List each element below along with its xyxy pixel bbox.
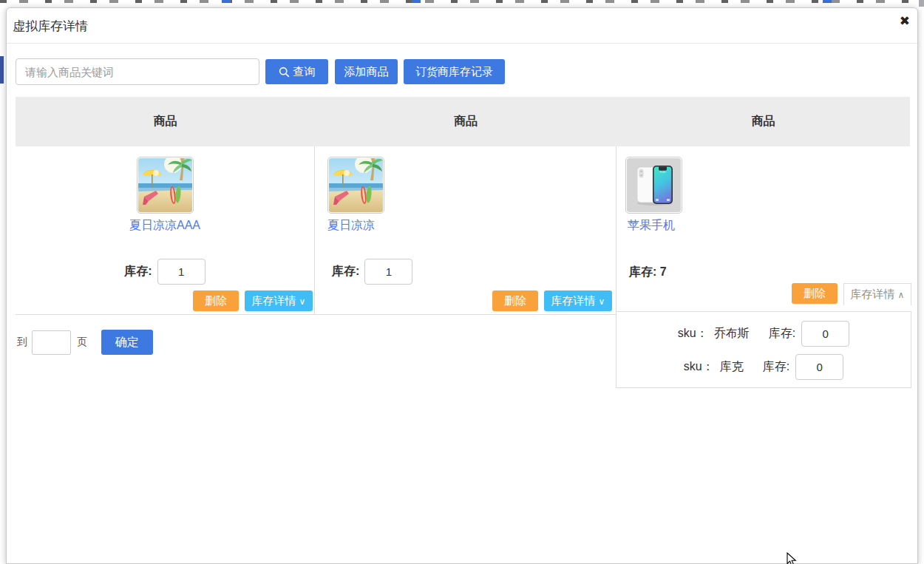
background-page-nav-edge [0,0,924,4]
column-header-product-3: 商品 [616,97,910,146]
action-buttons: 删除 库存详情∨ [492,291,612,311]
sku-stock-input[interactable] [795,354,843,380]
sku-name: 库克 [720,359,744,375]
table-header: 商品 商品 商品 [16,97,910,146]
pagination-to-label: 到 [17,336,27,349]
confirm-button-label: 确定 [115,336,139,348]
sku-stock-input[interactable] [801,321,849,347]
delete-button-label: 删除 [504,294,526,307]
pagination: 到 页 确定 [17,330,153,355]
toolbar: 查询 添加商品 订货商库存记录 [7,58,917,85]
stock-detail-button[interactable]: 库存详情∨ [544,291,612,311]
product-cell-1: 夏日凉凉AAA 库存: 删除 库存详情∨ [16,146,315,315]
product-image-beach[interactable] [327,157,384,214]
product-cell-3: 9:41 苹果手机 库存: 7 删除 库存详情∧ sku： 乔布斯 库 [616,146,910,315]
stock-row: 库存: [16,259,314,285]
page-number-input[interactable] [32,330,71,355]
stock-input[interactable] [157,259,205,285]
supplier-stock-record-button[interactable]: 订货商库存记录 [404,59,505,84]
pagination-page-label: 页 [77,336,87,349]
stock-label: 库存: [629,265,656,278]
sku-name: 乔布斯 [714,326,750,342]
product-cell-2: 夏日凉凉 库存: 删除 库存详情∨ [315,146,616,315]
stock-detail-label: 库存详情 [252,294,296,307]
modal-title: 虚拟库存详情 [13,18,88,35]
product-name-link[interactable]: 苹果手机 [628,218,675,234]
svg-text:9:41: 9:41 [660,170,667,174]
stock-detail-label: 库存详情 [851,288,895,300]
sku-stock-label: 库存: [763,359,789,375]
stock-row: 库存: [332,259,412,285]
add-product-button[interactable]: 添加商品 [335,59,398,84]
stock-label: 库存: [124,264,152,279]
stock-label: 库存: [332,264,359,279]
virtual-inventory-modal: 虚拟库存详情 ✖ 查询 添加商品 订货商库存记录 商品 商品 商品 [6,7,918,564]
stock-value: 7 [660,265,667,278]
stock-detail-button[interactable]: 库存详情∨ [245,291,313,311]
stock-input[interactable] [364,259,412,285]
background-nav-fragment [823,0,832,3]
query-button[interactable]: 查询 [265,59,328,84]
background-sidebar-fragment [0,56,4,84]
product-name-link[interactable]: 夏日凉凉AAA [16,218,314,234]
product-image-beach[interactable] [137,157,194,214]
product-name-link[interactable]: 夏日凉凉 [327,218,375,234]
sku-label: sku： [684,359,714,375]
sku-row: sku： 乔布斯 库存: [678,321,849,347]
table-row: 夏日凉凉AAA 库存: 删除 库存详情∨ [16,146,910,315]
confirm-button[interactable]: 确定 [101,330,153,355]
supplier-stock-record-label: 订货商库存记录 [415,65,493,79]
chevron-down-icon: ∨ [299,296,306,307]
column-header-product-1: 商品 [16,97,315,146]
background-nav-fragment [412,0,421,3]
sku-label: sku： [678,326,708,342]
header-divider [7,43,917,44]
sku-stock-label: 库存: [769,326,795,342]
sku-row: sku： 库克 库存: [684,354,843,380]
delete-button[interactable]: 删除 [193,291,239,311]
background-nav-fragment [222,0,231,3]
background-scrollbar-sliver [919,0,924,7]
column-header-product-2: 商品 [315,97,616,146]
delete-button-label: 删除 [804,287,826,299]
stock-detail-label: 库存详情 [551,294,596,307]
stock-detail-button-expanded[interactable]: 库存详情∧ [843,283,911,305]
delete-button[interactable]: 删除 [792,283,838,304]
product-image-iphone[interactable]: 9:41 [625,157,682,214]
sku-detail-panel: sku： 乔布斯 库存: sku： 库克 库存: [616,311,911,388]
stock-text: 库存: 7 [629,265,667,280]
close-icon[interactable]: ✖ [900,14,910,29]
query-button-label: 查询 [293,65,316,79]
action-buttons: 删除 库存详情∨ [193,291,313,311]
chevron-down-icon: ∨ [599,296,605,307]
delete-button-label: 删除 [205,294,227,307]
delete-button[interactable]: 删除 [492,291,538,311]
search-icon [279,67,290,78]
search-input[interactable] [16,58,259,85]
add-product-button-label: 添加商品 [344,65,389,79]
chevron-up-icon: ∧ [898,290,905,300]
